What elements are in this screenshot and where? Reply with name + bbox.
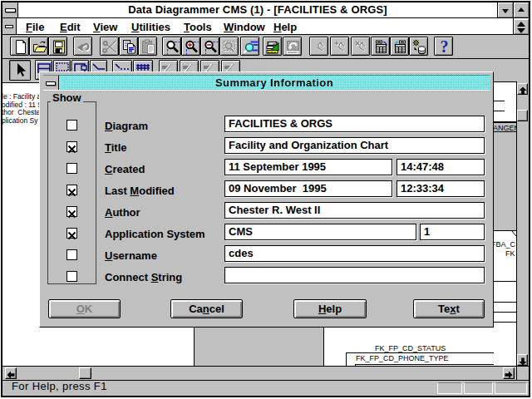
svg-text:?: ? bbox=[441, 39, 449, 55]
